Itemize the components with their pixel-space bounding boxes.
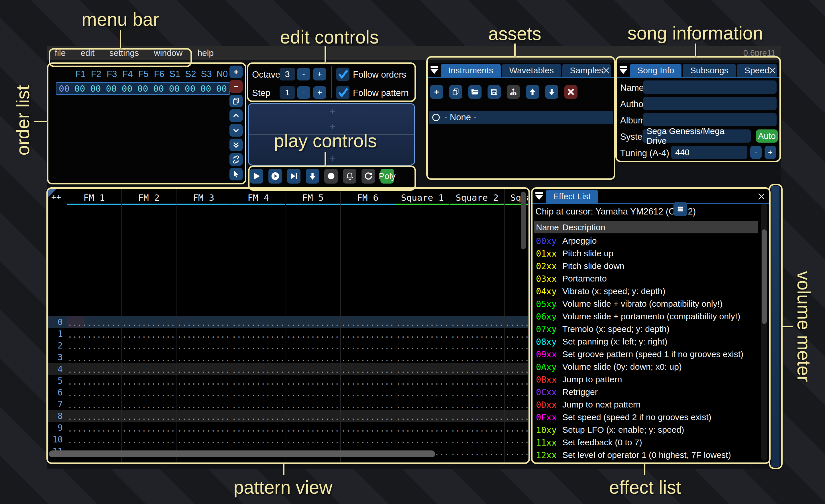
pattern-cell[interactable]: ........... xyxy=(395,387,450,398)
pattern-cell[interactable]: ........... xyxy=(286,434,340,445)
pattern-cell[interactable]: ........... xyxy=(395,410,450,422)
assets-tab[interactable]: Wavetables xyxy=(502,64,561,77)
repeat-pattern-button[interactable] xyxy=(362,169,375,183)
pattern-cell[interactable]: ........... xyxy=(340,340,395,351)
pattern-cell[interactable]: ........... xyxy=(505,351,528,363)
channel-header-cell[interactable]: FM 1 xyxy=(67,189,122,206)
pattern-cell[interactable]: ........... xyxy=(231,351,286,363)
pattern-cell[interactable]: ........... xyxy=(231,316,286,328)
channel-header-cell[interactable]: FM 6 xyxy=(340,189,395,206)
tuning-plus-button[interactable]: + xyxy=(764,146,776,159)
order-cell[interactable]: 00 xyxy=(214,83,229,94)
close-icon[interactable] xyxy=(767,66,777,75)
pattern-cell[interactable]: ........... xyxy=(395,328,450,340)
step-input[interactable]: 1 xyxy=(280,86,295,99)
record-button[interactable] xyxy=(324,169,338,183)
order-cell[interactable]: 00 xyxy=(88,83,103,94)
pattern-cell[interactable]: ........... xyxy=(505,375,528,387)
pattern-row[interactable]: 7.......................................… xyxy=(49,398,528,410)
pattern-cell[interactable]: ........... xyxy=(67,375,122,387)
menu-item[interactable]: window xyxy=(146,46,190,60)
assets-tab[interactable]: Instruments xyxy=(441,64,501,77)
pattern-cell[interactable]: ........... xyxy=(505,434,528,445)
pattern-cell[interactable]: ........... xyxy=(340,316,395,328)
order-cell[interactable]: 00 xyxy=(182,83,198,94)
pattern-row[interactable]: 9.......................................… xyxy=(49,422,528,434)
pattern-cell[interactable]: ........... xyxy=(505,316,528,328)
pattern-cell[interactable]: ........... xyxy=(122,387,176,398)
pattern-cell[interactable]: ........... xyxy=(67,363,122,375)
menu-item[interactable]: help xyxy=(190,46,221,60)
pattern-row[interactable]: 1.......................................… xyxy=(49,328,528,340)
pattern-cell[interactable]: ........... xyxy=(67,316,122,328)
pattern-cell[interactable]: ........... xyxy=(505,387,528,398)
order-duplicate-end-button[interactable] xyxy=(229,139,243,151)
effect-table-header[interactable]: Name Description xyxy=(534,221,758,233)
pattern-cell[interactable]: ........... xyxy=(176,434,231,445)
pattern-cell[interactable]: ........... xyxy=(286,328,340,340)
pattern-cell[interactable]: ........... xyxy=(176,422,231,434)
scrollbar-thumb[interactable] xyxy=(762,229,767,324)
order-cell[interactable]: 00 xyxy=(72,83,88,94)
pattern-cell[interactable]: ........... xyxy=(122,434,176,445)
pattern-rows[interactable]: 0.......................................… xyxy=(49,316,528,457)
asset-delete-button[interactable] xyxy=(564,85,578,99)
pattern-cell[interactable]: ........... xyxy=(176,375,231,387)
pattern-cell[interactable]: ........... xyxy=(67,422,122,434)
pattern-cell[interactable]: ........... xyxy=(231,387,286,398)
pattern-row[interactable]: 3.......................................… xyxy=(49,351,528,363)
metronome-button[interactable] xyxy=(343,169,356,183)
pattern-cell[interactable]: ........... xyxy=(176,351,231,363)
pattern-cell[interactable]: ........... xyxy=(67,410,122,422)
pattern-cell[interactable]: ........... xyxy=(67,328,122,340)
order-cell[interactable]: 00 xyxy=(119,83,135,94)
pattern-cell[interactable]: ........... xyxy=(286,398,340,410)
pattern-cell[interactable]: ........... xyxy=(67,340,122,351)
octave-plus-button[interactable]: + xyxy=(313,68,326,80)
pattern-cell[interactable]: ........... xyxy=(231,398,286,410)
pattern-cell[interactable]: ........... xyxy=(231,375,286,387)
pattern-cell[interactable]: ........... xyxy=(231,340,286,351)
play-from-cursor-button[interactable] xyxy=(269,169,282,183)
asset-duplicate-button[interactable] xyxy=(449,85,462,99)
pattern-cell[interactable]: ........... xyxy=(450,363,505,375)
close-icon[interactable] xyxy=(757,191,766,201)
pattern-cell[interactable]: ........... xyxy=(395,422,450,434)
effect-list-tab[interactable]: Effect List xyxy=(546,190,598,203)
follow-orders-checkbox[interactable] xyxy=(336,68,350,81)
menu-item[interactable]: edit xyxy=(73,46,102,60)
horizontal-scrollbar[interactable] xyxy=(49,450,435,457)
pattern-cell[interactable]: ........... xyxy=(176,316,231,328)
instrument-list-item[interactable]: - None - xyxy=(429,111,613,124)
album-field[interactable] xyxy=(643,113,776,126)
pattern-cell[interactable]: ........... xyxy=(505,340,528,351)
menu-item[interactable]: file xyxy=(47,46,73,60)
menu-item[interactable]: settings xyxy=(102,46,146,60)
order-cell[interactable]: 00 xyxy=(151,83,166,94)
pattern-cell[interactable]: ........... xyxy=(340,363,395,375)
asset-move-up-button[interactable] xyxy=(526,85,539,99)
pattern-cell[interactable]: ........... xyxy=(231,434,286,445)
channel-header-cell[interactable]: Square 1 xyxy=(395,189,450,206)
pattern-cell[interactable]: ........... xyxy=(176,328,231,340)
order-duplicate-button[interactable] xyxy=(229,95,243,107)
pattern-cell[interactable]: ........... xyxy=(340,410,395,422)
pattern-cell[interactable]: ........... xyxy=(176,340,231,351)
pattern-cell[interactable]: ........... xyxy=(176,387,231,398)
asset-open-button[interactable] xyxy=(468,85,481,99)
order-add-button[interactable]: + xyxy=(229,66,243,78)
pattern-row[interactable]: 6.......................................… xyxy=(49,387,528,398)
pattern-cell[interactable]: ........... xyxy=(340,351,395,363)
pattern-row[interactable]: 4.......................................… xyxy=(49,363,528,375)
pattern-cell[interactable]: ........... xyxy=(122,410,176,422)
step-row-button[interactable] xyxy=(306,169,319,183)
order-cell[interactable]: 00 xyxy=(135,83,151,94)
order-cell[interactable]: 00 xyxy=(166,83,182,94)
pattern-cell[interactable]: ........... xyxy=(122,375,176,387)
asset-save-button[interactable] xyxy=(487,85,501,99)
pattern-cell[interactable]: ........... xyxy=(231,410,286,422)
pattern-cell[interactable]: ........... xyxy=(286,363,340,375)
pattern-cell[interactable]: ........... xyxy=(340,328,395,340)
pattern-cell[interactable]: ........... xyxy=(450,445,505,457)
pattern-row[interactable]: 10......................................… xyxy=(49,434,528,445)
